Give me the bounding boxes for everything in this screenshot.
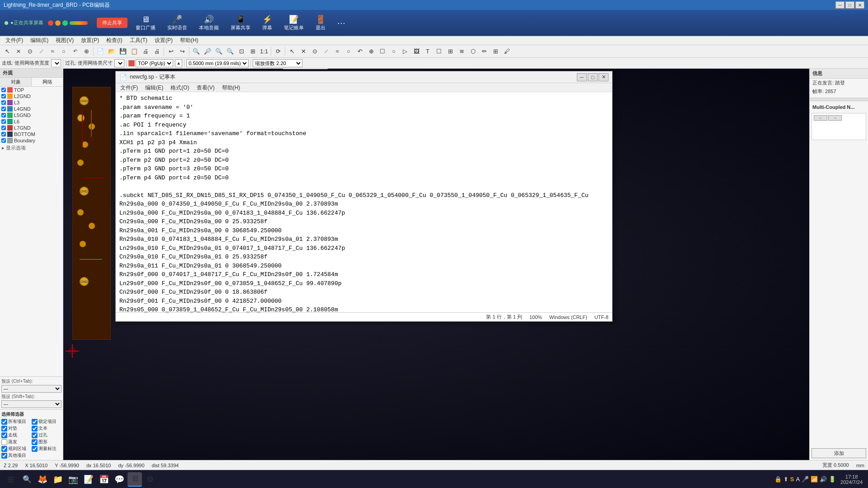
tool-route2[interactable]: ≈ [332, 46, 343, 57]
stop-share-btn[interactable]: 停止共享 [97, 18, 127, 28]
menu-help[interactable]: 帮助(H) [176, 36, 202, 45]
layer-checkbox-l5gnd[interactable] [1, 113, 6, 117]
tool-push[interactable]: ⟋ [321, 46, 331, 57]
tab-objects[interactable]: 对象 [0, 78, 32, 86]
filter-steam[interactable] [1, 439, 7, 445]
np-menu-file[interactable]: 文件(F) [117, 83, 142, 92]
tool-dim[interactable]: ⊞ [445, 46, 456, 57]
layer-item-boundary[interactable]: Boundary [0, 137, 63, 144]
tool-print2[interactable]: 🖨 [151, 46, 162, 57]
preset-tab-select[interactable]: --- [1, 385, 61, 393]
tool-undo[interactable]: ↩ [165, 46, 176, 57]
filter-other[interactable] [1, 453, 7, 459]
via-select[interactable] [114, 59, 124, 67]
np-menu-format[interactable]: 格式(O) [167, 83, 193, 92]
tool-zoom-in[interactable]: 🔍 [225, 46, 236, 57]
menu-tools[interactable]: 工具(T) [126, 36, 151, 45]
layer-item-l2gnd[interactable]: L2GND [0, 93, 63, 99]
notepad-content[interactable]: * BTD schematic .param savename = '0' .p… [116, 92, 612, 312]
minimize-btn[interactable]: ─ [835, 1, 844, 9]
realtime-voice-btn[interactable]: 🎤 实时语音 [164, 13, 191, 33]
layer-checkbox-boundary[interactable] [1, 138, 6, 143]
tool-text[interactable]: T [422, 46, 433, 57]
zoom-select[interactable]: 缩放倍数 2.20 [253, 59, 302, 67]
tool-select[interactable]: ↖ [2, 46, 13, 57]
filter-locked[interactable] [32, 419, 38, 425]
filter-all[interactable] [1, 419, 7, 425]
taskbar-settings[interactable]: ⚙ [143, 472, 157, 487]
layer-checkbox-l6[interactable] [1, 119, 6, 124]
taskbar-pcb[interactable]: 🖥 [127, 472, 142, 487]
net-select[interactable] [51, 59, 61, 67]
tool-x[interactable]: ✕ [13, 46, 24, 57]
taskbar-explorer[interactable]: 📁 [51, 472, 65, 487]
notes-btn[interactable]: 📝 笔记账单 [280, 13, 307, 33]
tool-route[interactable]: ⟋ [36, 46, 47, 57]
tool-oval[interactable]: ○ [58, 46, 69, 57]
tool-cross[interactable]: ✕ [298, 46, 309, 57]
layer-up-btn[interactable]: ▲ [175, 59, 182, 67]
thickness-select[interactable]: 0.5000 mm (19.69 mils) [186, 59, 249, 67]
taskbar-clock[interactable]: 17:18 2024/7/24 [837, 474, 866, 485]
layer-checkbox-l4gnd[interactable] [1, 107, 6, 111]
notepad-minimize-btn[interactable]: ─ [577, 73, 587, 81]
layer-checkbox-bottom[interactable] [1, 132, 6, 136]
taskbar-calendar[interactable]: 📅 [97, 472, 111, 487]
tool-rect[interactable]: ☐ [377, 46, 388, 57]
display-options[interactable]: ▸ 显示选项 [0, 144, 63, 152]
tool-save2[interactable]: 📋 [129, 46, 140, 57]
layer-checkbox-l3[interactable] [1, 100, 6, 105]
btd-extractor-label[interactable]: BTD Extractor [283, 69, 328, 69]
tool-fill[interactable]: ≋ [456, 46, 467, 57]
np-menu-view[interactable]: 查看(V) [193, 83, 218, 92]
taskbar-cam[interactable]: 📷 [66, 472, 80, 487]
local-audio-btn[interactable]: 🔊 本地音频 [195, 13, 222, 33]
tool-grid[interactable]: ⊞ [490, 46, 501, 57]
tool-zoom-actual[interactable]: 1:1 [259, 46, 269, 57]
tool-img[interactable]: 🖼 [411, 46, 422, 57]
taskbar-notes[interactable]: 📝 [81, 472, 96, 487]
layer-checkbox-top[interactable] [1, 88, 6, 92]
tool-new[interactable]: 📄 [95, 46, 106, 57]
close-btn[interactable]: ✕ [855, 1, 864, 9]
filter-graphics[interactable] [32, 439, 38, 445]
window-broadcast-btn[interactable]: 🖥 窗口广播 [132, 13, 159, 33]
tool-zoom-fit[interactable]: ⊡ [236, 46, 247, 57]
tool-open[interactable]: 📂 [106, 46, 117, 57]
add-button[interactable]: 添加 [811, 448, 866, 458]
menu-view[interactable]: 视图(V) [52, 36, 77, 45]
tool-pad[interactable]: ⊕ [366, 46, 377, 57]
menu-settings[interactable]: 设置(P) [151, 36, 176, 45]
tool-pen[interactable]: 🖊 [501, 46, 512, 57]
tool-via[interactable]: ⊕ [81, 46, 92, 57]
tool-print[interactable]: 🖨 [140, 46, 151, 57]
filter-text[interactable] [32, 426, 38, 432]
menu-inspect[interactable]: 检查(I) [103, 36, 126, 45]
tool-net[interactable]: ⬡ [467, 46, 478, 57]
filter-pads[interactable] [1, 426, 7, 432]
screen-share-btn[interactable]: 📱 屏幕共享 [227, 13, 254, 33]
exit-btn[interactable]: 🚪 退出 [312, 13, 329, 33]
layer-checkbox-l2gnd[interactable] [1, 94, 6, 99]
tool-zoom-area[interactable]: ⊞ [247, 46, 258, 57]
layer-item-l5gnd[interactable]: L5GND [0, 112, 63, 118]
start-btn[interactable]: ⊞ [2, 472, 19, 487]
tool-search2[interactable]: 🔎 [202, 46, 213, 57]
tab-nets[interactable]: 网络 [32, 78, 63, 86]
taskbar-chat[interactable]: 💬 [112, 472, 127, 487]
notepad-restore-btn[interactable]: □ [588, 73, 598, 81]
filter-vias[interactable] [32, 432, 38, 438]
filter-rule-areas[interactable] [1, 446, 7, 452]
taskbar-firefox[interactable]: 🦊 [35, 472, 50, 487]
tool-rotate2[interactable]: ↶ [354, 46, 365, 57]
search-btn[interactable]: 🔍 [20, 472, 34, 487]
tool-save[interactable]: 💾 [118, 46, 128, 57]
np-menu-help[interactable]: 帮助(H) [218, 83, 244, 92]
layer-item-l6[interactable]: L6 [0, 118, 63, 125]
tool-zoom-out[interactable]: 🔍 [213, 46, 224, 57]
layer-item-top[interactable]: TOP [0, 87, 63, 93]
layer-item-l4gnd[interactable]: L4GND [0, 106, 63, 112]
menu-place[interactable]: 放置(P) [77, 36, 103, 45]
tool-circ[interactable]: ○ [388, 46, 399, 57]
tool-pencil[interactable]: ✏ [479, 46, 490, 57]
